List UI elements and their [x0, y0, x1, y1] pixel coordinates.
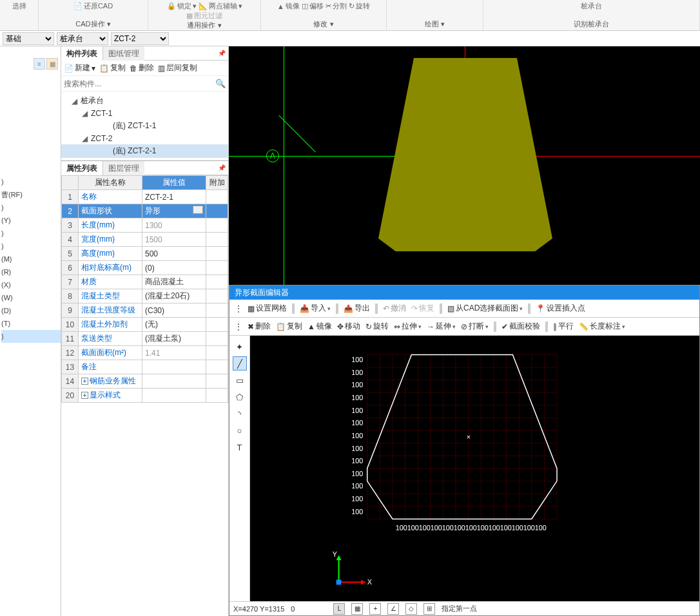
- section-outline[interactable]: [367, 354, 557, 519]
- search-icon[interactable]: 🔍: [215, 79, 226, 88]
- ed-parallel-button[interactable]: ∥ 平行: [552, 321, 575, 332]
- tool-rect[interactable]: ▭: [233, 373, 247, 387]
- tree-zct-2-1[interactable]: (底) ZCT-2-1: [61, 144, 228, 158]
- pin-icon-2[interactable]: 📌: [218, 164, 226, 171]
- status-btn-plus[interactable]: +: [369, 603, 381, 615]
- coord-readout: X=4270 Y=1315: [233, 605, 284, 613]
- restore-cad-cmd[interactable]: 📄 还原CAD: [73, 1, 113, 11]
- col-value: 属性值: [142, 176, 206, 190]
- filter-cmd[interactable]: ▦ 图元过滤: [186, 11, 222, 21]
- col-name: 属性名称: [79, 176, 142, 190]
- prop-row[interactable]: 1名称ZCT-2-1: [62, 190, 228, 204]
- copy-button[interactable]: 📋 复制: [99, 63, 126, 73]
- svg-text:100: 100: [351, 445, 363, 452]
- ed-check-button[interactable]: ✔ 截面校验: [500, 321, 541, 332]
- status-btn-ortho[interactable]: ⊞: [423, 603, 435, 615]
- prop-row[interactable]: 9混凝土强度等级(C30): [62, 303, 228, 318]
- new-button[interactable]: 📄 新建 ▾: [64, 63, 95, 73]
- svg-text:100: 100: [351, 394, 363, 401]
- svg-text:100: 100: [351, 457, 363, 465]
- offset-cmd[interactable]: ◫ 偏移: [302, 1, 324, 11]
- ed-delete-button[interactable]: ✖ 删除: [246, 321, 272, 332]
- split-cmd[interactable]: ✂ 分割: [326, 1, 347, 11]
- prop-row[interactable]: 3长度(mm)1300: [62, 218, 228, 233]
- col-extra: 附加: [206, 176, 228, 190]
- select-cmd[interactable]: 选择: [12, 1, 26, 11]
- prop-row[interactable]: 14+钢筋业务属性: [62, 374, 228, 389]
- command-prompt: 指定第一点: [442, 604, 477, 613]
- tool-arc[interactable]: ◝: [233, 407, 247, 421]
- delete-button[interactable]: 🗑 删除: [130, 63, 154, 73]
- svg-marker-45: [361, 580, 366, 585]
- pin-icon[interactable]: 📌: [218, 50, 226, 57]
- mirror-cmd[interactable]: ▲ 镜像: [277, 1, 300, 11]
- prop-row[interactable]: 7材质商品混凝土: [62, 275, 228, 289]
- ed-rotate-button[interactable]: ↻ 旋转: [364, 321, 390, 332]
- editor-toolbar-2: ⋮ ✖ 删除 📋 复制 ▲ 镜像 ✥ 移动 ↻ 旋转 ⇔ 拉伸 → 延伸 ⊘ 打…: [229, 318, 699, 336]
- sel-base[interactable]: 基础: [3, 32, 54, 45]
- redo-button[interactable]: ↷ 恢复: [410, 303, 436, 314]
- prop-row[interactable]: 4宽度(mm)1500: [62, 233, 228, 247]
- status-btn-L[interactable]: L: [333, 603, 345, 615]
- sel-type[interactable]: 桩承台: [57, 32, 108, 45]
- import-button[interactable]: 📥 导入: [298, 303, 332, 314]
- tab-properties[interactable]: 属性列表: [61, 161, 103, 175]
- search-input[interactable]: [64, 79, 215, 88]
- component-panel-tabs: 构件列表 图纸管理 📌: [61, 46, 228, 61]
- ed-break-button[interactable]: ⊘ 打断: [460, 321, 490, 332]
- lock-cmd[interactable]: 🔒 锁定 ▾: [167, 1, 197, 11]
- property-panel-tabs: 属性列表 图层管理 📌: [61, 161, 228, 175]
- prop-row[interactable]: 20+显示样式: [62, 389, 228, 403]
- editor-viewport[interactable]: × 10010010010010010010010010010010010010…: [250, 336, 699, 601]
- property-grid[interactable]: 属性名称 属性值 附加 1名称ZCT-2-12截面形状异形⋯3长度(mm)130…: [61, 175, 228, 403]
- svg-text:100: 100: [351, 432, 363, 439]
- tab-layer-mgmt[interactable]: 图层管理: [103, 161, 144, 175]
- axis-vertical: [284, 46, 284, 285]
- two-point-cmd[interactable]: 📐 两点辅轴 ▾: [199, 1, 242, 11]
- export-button[interactable]: 📤 导出: [342, 303, 371, 314]
- prop-row[interactable]: 12截面面积(m²)1.41: [62, 346, 228, 360]
- ed-mirror-button[interactable]: ▲ 镜像: [306, 321, 333, 332]
- status-btn-angle[interactable]: ∠: [387, 603, 399, 615]
- sel-current[interactable]: ZCT-2: [111, 32, 169, 45]
- marker-a: A: [266, 149, 279, 162]
- prop-row[interactable]: 13备注: [62, 360, 228, 374]
- prop-row[interactable]: 10混凝土外加剂(无): [62, 318, 228, 332]
- rotate-cmd[interactable]: ↻ 旋转: [349, 1, 370, 11]
- from-cad-button[interactable]: ▧ 从CAD选择截面图: [446, 303, 524, 314]
- status-zero: 0: [291, 605, 295, 613]
- status-btn-grid[interactable]: ▦: [351, 603, 363, 615]
- tab-component-list[interactable]: 构件列表: [61, 46, 103, 61]
- editor-tool-sidebar: ✦ ╱ ▭ ⬠ ◝ ○ T: [229, 336, 250, 601]
- svg-text:100: 100: [351, 495, 363, 503]
- ed-length-dim-button[interactable]: 📏 长度标注: [578, 321, 627, 332]
- set-grid-button[interactable]: ▦ 设置网格: [246, 303, 288, 314]
- ed-copy-button[interactable]: 📋 复制: [275, 321, 304, 332]
- tool-circle[interactable]: ○: [233, 423, 247, 438]
- prop-row[interactable]: 8混凝土类型(混凝土20石): [62, 289, 228, 303]
- undo-button[interactable]: ↶ 撤消: [382, 303, 407, 314]
- tree-zct-1-1[interactable]: (底) ZCT-1-1: [61, 119, 228, 133]
- status-btn-snap[interactable]: ◇: [405, 603, 417, 615]
- ed-extend-button[interactable]: → 延伸: [425, 321, 457, 332]
- set-insert-button[interactable]: 📍 设置插入点: [534, 303, 587, 314]
- prop-row[interactable]: 5高度(mm)500: [62, 247, 228, 261]
- tool-point[interactable]: ✦: [233, 340, 247, 354]
- main-viewport[interactable]: A: [229, 46, 700, 285]
- tool-text[interactable]: T: [233, 440, 247, 454]
- component-toolbar: 📄 新建 ▾ 📋 复制 🗑 删除 ▥ 层间复制: [61, 61, 228, 76]
- prop-row[interactable]: 6相对底标高(m)(0): [62, 261, 228, 275]
- prop-row[interactable]: 11泵送类型(混凝土泵): [62, 332, 228, 346]
- tab-drawing-mgmt[interactable]: 图纸管理: [103, 46, 144, 61]
- editor-title-bar[interactable]: 异形截面编辑器: [229, 285, 699, 300]
- prop-row[interactable]: 2截面形状异形⋯: [62, 204, 228, 218]
- tool-polygon[interactable]: ⬠: [233, 390, 247, 404]
- component-tree: ◢桩承台 ◢ZCT-1 (底) ZCT-1-1 ◢ZCT-2 (底) ZCT-2…: [61, 91, 228, 160]
- list-view-icon[interactable]: ≡: [34, 58, 45, 70]
- ed-move-button[interactable]: ✥ 移动: [336, 321, 362, 332]
- svg-marker-0: [378, 58, 552, 251]
- detail-view-icon[interactable]: ▦: [46, 58, 58, 70]
- layer-copy-button[interactable]: ▥ 层间复制: [158, 63, 197, 73]
- tool-line[interactable]: ╱: [233, 356, 247, 371]
- ed-stretch-button[interactable]: ⇔ 拉伸: [393, 321, 423, 332]
